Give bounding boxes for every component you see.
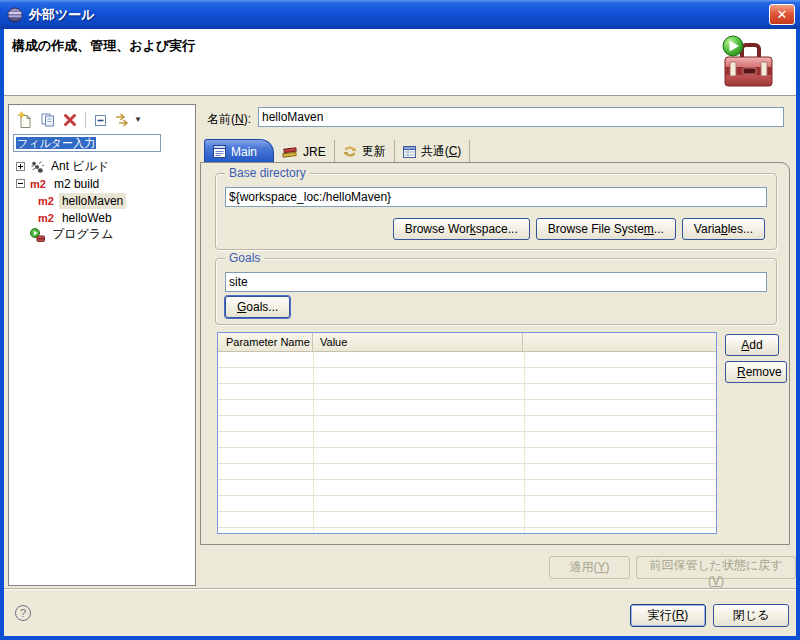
eclipse-icon	[7, 7, 23, 23]
new-configuration-icon[interactable]	[17, 111, 33, 128]
base-directory-input[interactable]	[225, 187, 767, 207]
base-directory-group: Base directory Browse Workspace... Brows…	[215, 173, 777, 250]
dialog-body: 構成の作成、管理、および実行	[4, 29, 796, 636]
revert-button[interactable]: 前回保管した状態に戻す(V)	[636, 556, 796, 579]
parameters-table-header: Parameter Name Value	[218, 333, 716, 352]
parameters-table-body[interactable]	[218, 352, 716, 533]
chevron-down-icon: ▼	[134, 115, 142, 124]
close-button[interactable]: 閉じる	[713, 604, 789, 627]
parameters-table[interactable]: Parameter Name Value	[217, 332, 717, 534]
m2-icon: m2	[38, 195, 54, 207]
table-column-line	[313, 352, 314, 533]
tab-refresh[interactable]: 更新	[335, 140, 395, 163]
tree-item-label: helloWeb	[59, 210, 115, 226]
duplicate-configuration-icon[interactable]	[40, 112, 56, 128]
help-icon[interactable]: ?	[15, 605, 31, 621]
run-button[interactable]: 実行(R)	[630, 604, 706, 627]
collapse-all-icon[interactable]	[94, 113, 108, 127]
tab-label: 更新	[362, 143, 386, 160]
goals-label: Goals	[225, 251, 264, 265]
tab-common[interactable]: 共通(C)	[395, 140, 471, 163]
param-col-value[interactable]: Value	[313, 333, 523, 351]
filter-menu-icon[interactable]: ▼	[115, 113, 142, 127]
tree-item-hellomaven[interactable]: m2 helloMaven	[9, 192, 195, 209]
goals-button[interactable]: Goals...	[225, 296, 290, 318]
variables-button[interactable]: Variables...	[682, 218, 765, 240]
tab-label: 共通(C)	[421, 143, 462, 160]
configurations-panel: ▼ フィルター入力	[8, 104, 196, 586]
filter-input[interactable]: フィルター入力	[13, 134, 161, 152]
base-directory-label: Base directory	[225, 166, 310, 180]
browse-workspace-button[interactable]: Browse Workspace...	[393, 218, 530, 240]
main-tab-doc-icon	[213, 145, 226, 158]
main-tab-content: Base directory Browse Workspace... Brows…	[200, 162, 790, 545]
name-input[interactable]	[258, 107, 784, 127]
filter-input-text: フィルター入力	[16, 137, 96, 149]
footer-divider	[4, 588, 796, 590]
tree-item-helloweb[interactable]: m2 helloWeb	[9, 209, 195, 226]
goals-group: Goals Goals...	[215, 258, 777, 325]
tree-item-program[interactable]: プログラム	[9, 226, 195, 243]
header-description: 構成の作成、管理、および実行	[12, 37, 195, 55]
remove-button[interactable]: Remove	[725, 361, 787, 383]
tree-item-label-selected: helloMaven	[59, 193, 126, 209]
apply-button[interactable]: 適用(Y)	[549, 556, 630, 579]
m2-icon: m2	[30, 178, 46, 190]
tab-bar: Main JRE	[204, 139, 470, 163]
goals-input[interactable]	[225, 272, 767, 292]
tab-main[interactable]: Main	[204, 139, 274, 163]
table-column-line	[524, 352, 525, 533]
program-icon	[30, 228, 45, 242]
expand-icon[interactable]	[16, 162, 25, 171]
m2-icon: m2	[38, 212, 54, 224]
refresh-icon	[343, 145, 357, 158]
tab-jre[interactable]: JRE	[274, 140, 335, 163]
collapse-icon[interactable]	[16, 179, 25, 188]
tree-item-label: プログラム	[49, 225, 116, 244]
ant-icon	[30, 160, 44, 174]
close-icon[interactable]: ✕	[769, 4, 795, 25]
toolbar-separator	[85, 112, 86, 128]
tree-item-m2-build[interactable]: m2 m2 build	[9, 175, 195, 192]
add-button[interactable]: Add	[725, 334, 779, 356]
tree-item-label: m2 build	[51, 176, 102, 192]
configurations-toolbar: ▼	[9, 105, 195, 131]
header-banner: 構成の作成、管理、および実行	[4, 29, 796, 96]
tree-item-label: Ant ビルド	[48, 157, 112, 176]
external-tools-toolbox-icon	[716, 33, 778, 96]
jre-books-icon	[282, 145, 298, 158]
external-tools-dialog: 外部ツール ✕ 構成の作成、管理、および実行	[0, 0, 800, 640]
name-label: 名前(N):	[207, 111, 251, 128]
delete-configuration-icon[interactable]	[63, 113, 77, 127]
tree-item-ant-build[interactable]: Ant ビルド	[9, 158, 195, 175]
param-col-extra[interactable]	[523, 333, 716, 351]
tab-label: Main	[231, 145, 257, 159]
param-col-name[interactable]: Parameter Name	[218, 333, 313, 351]
common-table-icon	[403, 146, 416, 158]
configurations-tree: Ant ビルド m2 m2 build m2 helloMaven m2 hel…	[9, 158, 195, 243]
title-bar[interactable]: 外部ツール ✕	[0, 0, 800, 29]
tab-label: JRE	[303, 145, 326, 159]
window-title: 外部ツール	[29, 6, 95, 24]
browse-file-system-button[interactable]: Browse File System...	[536, 218, 676, 240]
